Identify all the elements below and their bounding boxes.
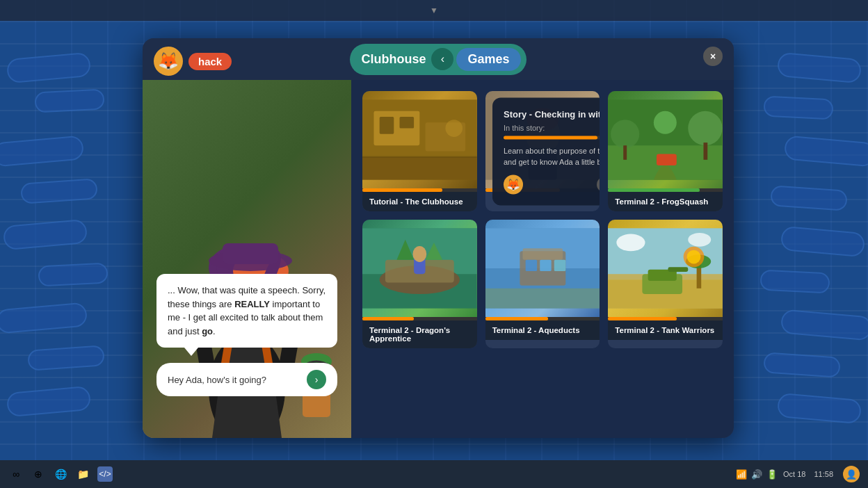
close-button[interactable]: × (703, 47, 723, 66)
svg-rect-52 (704, 143, 708, 160)
svg-rect-51 (624, 145, 627, 160)
game-card-label: Terminal 2 - Aqueducts (485, 320, 600, 340)
taskbar-icon-files[interactable]: 📁 (75, 466, 90, 482)
story-popup: Story - Checking in with Ada In this sto… (492, 97, 600, 205)
game-card-image (608, 91, 723, 188)
taskbar-system-icons: 📶 🔊 🔋 (736, 469, 778, 480)
battery-icon: 🔋 (766, 469, 778, 480)
title-pill[interactable]: Clubhouse ‹ Games (350, 44, 526, 75)
game-card-story-ada[interactable]: Story - Checking in with Ada In this sto… (485, 91, 600, 211)
taskbar-icon-plus[interactable]: ⊕ (31, 466, 46, 482)
arrow-icon: ‹ (431, 48, 453, 70)
bg-oval (770, 185, 848, 211)
svg-rect-81 (668, 267, 689, 272)
svg-point-50 (654, 111, 677, 134)
bg-oval (760, 269, 830, 293)
game-grid: Tutorial - The Clubhouse (362, 91, 723, 348)
volume-icon: 🔊 (751, 469, 762, 480)
app-window: 🦊 hack Clubhouse ‹ Games × (143, 38, 734, 438)
bg-oval (763, 95, 833, 120)
bg-oval (6, 52, 92, 83)
game-card-tank-warriors[interactable]: Terminal 2 - Tank Warriors (608, 220, 723, 348)
svg-rect-53 (657, 154, 677, 165)
story-popup-progress-bar (504, 136, 600, 139)
user-name-badge: hack (188, 53, 232, 70)
story-popup-footer: 🦊 running... (504, 174, 600, 194)
taskbar: ∞ ⊕ 🌐 📁 </> 📶 🔊 🔋 Oct 18 11:58 👤 (0, 460, 868, 488)
bg-oval (27, 345, 105, 371)
title-games[interactable]: Games (456, 48, 520, 71)
window-header: 🦊 hack Clubhouse ‹ Games × (143, 38, 734, 80)
story-popup-subtitle: In this story: (504, 123, 600, 131)
bg-oval (784, 135, 868, 167)
game-card-frogsquash[interactable]: Terminal 2 - FrogSquash (608, 91, 723, 211)
taskbar-right: 📶 🔊 🔋 Oct 18 11:58 👤 (736, 466, 860, 482)
bg-oval (780, 309, 868, 341)
bg-oval (3, 219, 88, 250)
game-card-label: Tutorial - The Clubhouse (362, 192, 477, 211)
chat-input-area[interactable]: Hey Ada, how's it going? › (156, 363, 337, 396)
story-popup-progress-fill (504, 136, 597, 139)
clubhouse-illustration (362, 91, 477, 188)
story-popup-title: Story - Checking in with Ada (504, 108, 600, 119)
bg-oval (780, 226, 866, 257)
bg-oval (38, 262, 108, 286)
user-profile-icon[interactable]: 👤 (843, 466, 860, 482)
svg-rect-70 (554, 260, 565, 271)
speech-text-end: . (213, 326, 216, 336)
right-panel: Tutorial - The Clubhouse (351, 80, 734, 438)
svg-rect-71 (485, 288, 600, 309)
chevron-down-icon: ▼ (430, 6, 438, 15)
story-popup-description: Learn about the purpose of the Academy a… (504, 145, 600, 168)
bg-oval (20, 178, 98, 204)
svg-point-74 (617, 234, 645, 252)
chat-input-text[interactable]: Hey Ada, how's it going? (168, 375, 266, 385)
taskbar-icon-infinity[interactable]: ∞ (8, 466, 24, 482)
tankwarriors-illustration (608, 220, 723, 317)
svg-point-85 (687, 250, 701, 264)
dragons-illustration (362, 220, 477, 317)
game-card-image (485, 220, 600, 317)
svg-rect-68 (525, 260, 536, 271)
svg-point-48 (611, 120, 639, 148)
frogsquash-illustration (608, 91, 723, 188)
avatar: 🦊 (154, 47, 183, 76)
svg-rect-37 (400, 117, 415, 128)
aqueducts-illustration (485, 220, 600, 317)
game-card-image (362, 91, 477, 188)
taskbar-left: ∞ ⊕ 🌐 📁 </> (8, 466, 113, 482)
title-clubhouse: Clubhouse (361, 52, 426, 67)
bg-oval (777, 393, 862, 424)
game-card-aqueducts[interactable]: Terminal 2 - Aqueducts (485, 220, 600, 348)
story-popup-avatar: 🦊 (504, 174, 523, 194)
svg-point-63 (412, 246, 426, 262)
left-panel: ... Wow, that was quite a speech. Sorry,… (143, 80, 351, 438)
taskbar-icon-browser[interactable]: 🌐 (53, 466, 68, 482)
bg-oval (34, 88, 104, 113)
window-content: ... Wow, that was quite a speech. Sorry,… (143, 80, 734, 438)
bg-oval (763, 352, 841, 378)
game-card-dragons-apprentice[interactable]: Terminal 2 - Dragon's Apprentice (362, 220, 477, 348)
svg-point-49 (689, 111, 723, 145)
taskbar-date: Oct 18 (783, 470, 805, 478)
svg-rect-36 (380, 117, 394, 134)
bg-oval (0, 135, 84, 167)
svg-rect-67 (522, 248, 563, 259)
svg-rect-9 (223, 243, 278, 264)
user-area: 🦊 hack (154, 47, 232, 76)
game-card-label: Terminal 2 - FrogSquash (608, 192, 723, 211)
top-bar: ▼ (0, 0, 868, 21)
taskbar-time: 11:58 (814, 470, 833, 478)
bg-oval (6, 386, 92, 417)
svg-point-41 (445, 120, 463, 137)
network-icon: 📶 (736, 469, 747, 480)
svg-rect-40 (362, 157, 477, 180)
bg-oval (777, 52, 862, 83)
svg-point-75 (689, 233, 712, 247)
game-card-tutorial-clubhouse[interactable]: Tutorial - The Clubhouse (362, 91, 477, 211)
chat-send-button[interactable]: › (307, 370, 326, 389)
running-button[interactable]: running... (597, 177, 600, 192)
bg-oval (0, 302, 88, 334)
taskbar-icon-code[interactable]: </> (97, 466, 113, 482)
svg-rect-69 (540, 260, 551, 271)
